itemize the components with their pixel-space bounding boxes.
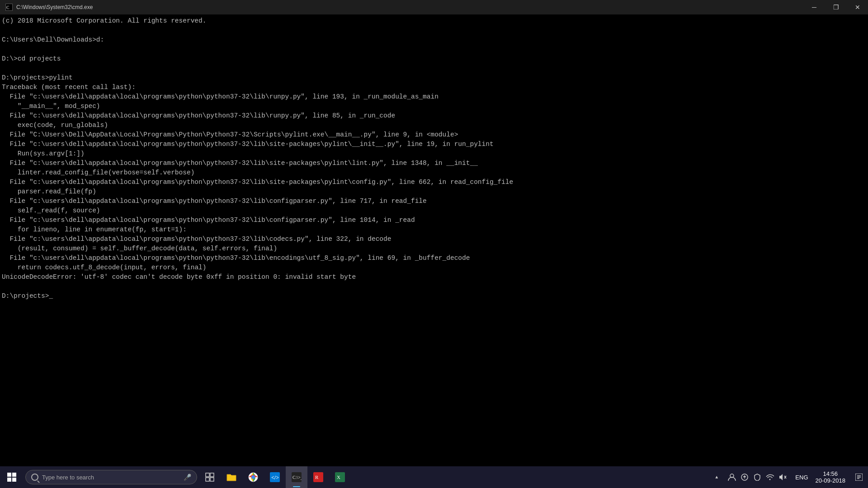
title-bar: C C:\Windows\System32\cmd.exe ─ ❐ ✕ [0, 0, 868, 14]
terminal-text: (c) 2018 Microsoft Corporation. All righ… [2, 16, 866, 301]
file-explorer-button[interactable] [221, 466, 242, 488]
svg-rect-2 [206, 473, 209, 477]
svg-rect-4 [206, 478, 209, 481]
terminal-output: (c) 2018 Microsoft Corporation. All righ… [0, 14, 868, 466]
tray-expand-button[interactable]: ▲ [711, 466, 722, 488]
task-view-button[interactable] [199, 466, 221, 488]
vscode-icon: </> [270, 472, 280, 482]
svg-text:R: R [315, 474, 319, 480]
maximize-button[interactable]: ❐ [826, 0, 846, 14]
clock-time: 14:56 [823, 470, 838, 477]
minimize-button[interactable]: ─ [804, 0, 825, 14]
task-view-icon [205, 473, 214, 482]
svg-rect-5 [210, 478, 214, 481]
svg-text:C: C [6, 5, 9, 10]
notification-button[interactable] [850, 466, 868, 488]
svg-text:</>: </> [271, 474, 279, 481]
search-icon [31, 474, 38, 481]
cmd-icon: C [5, 4, 13, 11]
tray-icons-area [722, 466, 793, 488]
logo-quad-3 [7, 478, 11, 482]
chrome-button[interactable] [242, 466, 264, 488]
svg-rect-3 [210, 473, 214, 477]
close-button[interactable]: ✕ [847, 0, 868, 14]
vscode-button[interactable]: </> [264, 466, 286, 488]
language-button[interactable]: ENG [793, 466, 811, 488]
volume-icon[interactable] [776, 466, 789, 488]
excel-icon: X [335, 472, 345, 482]
logo-quad-4 [12, 478, 16, 482]
system-tray: ▲ [711, 466, 868, 488]
app5-icon: R [313, 472, 323, 482]
search-bar[interactable]: Type here to search 🎤 [25, 470, 197, 484]
file-explorer-icon [226, 473, 236, 482]
cmd-taskbar-icon: C:\>_ [292, 472, 302, 482]
logo-quad-1 [7, 473, 11, 477]
search-placeholder: Type here to search [42, 474, 183, 481]
windows-logo [7, 473, 16, 482]
chrome-icon [248, 472, 258, 482]
svg-point-19 [769, 479, 771, 480]
clock-date: 20-09-2018 [816, 477, 846, 484]
cmd-taskbar-button[interactable]: C:\>_ [286, 466, 307, 488]
notification-icon [855, 474, 863, 481]
svg-text:X: X [337, 474, 340, 480]
start-button[interactable] [0, 466, 24, 488]
clock-area[interactable]: 14:56 20-09-2018 [811, 466, 850, 488]
app5-button[interactable]: R [307, 466, 329, 488]
svg-text:C:\>_: C:\>_ [292, 475, 302, 480]
people-icon[interactable] [726, 466, 738, 488]
microphone-icon: 🎤 [183, 473, 191, 481]
updates-icon[interactable] [738, 466, 751, 488]
security-icon[interactable] [751, 466, 764, 488]
window-controls: ─ ❐ ✕ [804, 0, 868, 14]
title-bar-text: C:\Windows\System32\cmd.exe [16, 4, 863, 10]
excel-button[interactable]: X [329, 466, 351, 488]
taskbar: Type here to search 🎤 </> [0, 466, 868, 488]
network-icon[interactable] [764, 466, 776, 488]
logo-quad-2 [12, 473, 16, 477]
svg-point-8 [251, 475, 255, 479]
